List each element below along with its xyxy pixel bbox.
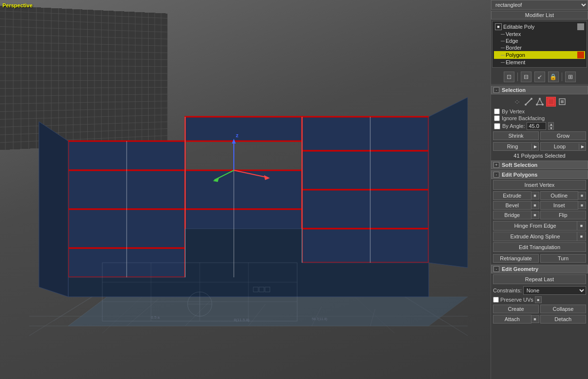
inset-button[interactable]: Inset xyxy=(540,201,579,210)
extrude-settings-btn[interactable]: ■ xyxy=(531,192,539,199)
sel-icon-element[interactable] xyxy=(557,97,567,107)
lock-icon[interactable]: 🔒 xyxy=(548,72,559,82)
svg-marker-23 xyxy=(302,151,429,190)
modifier-stack: ■ Editable Poly Vertex Edge Border Polyg… xyxy=(492,21,587,68)
svg-marker-37 xyxy=(39,122,68,297)
preserve-uvs-settings-btn[interactable]: ■ xyxy=(535,296,542,303)
svg-marker-8 xyxy=(68,297,468,326)
shrink-button[interactable]: Shrink xyxy=(493,131,539,140)
selection-section-header[interactable]: - Selection xyxy=(491,86,588,94)
sel-icon-border[interactable] xyxy=(535,97,545,107)
edit-polygons-collapse-btn[interactable]: - xyxy=(493,172,499,178)
svg-point-58 xyxy=(525,104,527,106)
angle-spin-down[interactable]: ▼ xyxy=(548,126,554,130)
modifier-item-border[interactable]: Border xyxy=(494,44,585,51)
tree-line xyxy=(501,55,505,55)
detach-group: Detach xyxy=(540,315,587,324)
detach-button[interactable]: Detach xyxy=(540,315,587,324)
right-panel: rectangleof Modifier List ■ Editable Pol… xyxy=(491,0,588,379)
edit-triangulation-button[interactable]: Edit Triangulation xyxy=(493,242,586,252)
bridge-group: Bridge ■ xyxy=(493,211,539,219)
angle-spin-up[interactable]: ▲ xyxy=(548,122,554,126)
ignore-backfacing-label: Ignore Backfacing xyxy=(502,115,545,121)
by-vertex-checkbox[interactable] xyxy=(494,108,500,114)
sel-icon-polygon[interactable] xyxy=(546,97,556,107)
constraints-label: Constraints: xyxy=(493,288,522,293)
svg-text:z: z xyxy=(236,132,239,138)
extrude-along-spline-group: Extrude Along Spline ■ xyxy=(493,232,586,241)
grow-button[interactable]: Grow xyxy=(540,131,586,140)
soft-selection-collapse-btn[interactable]: + xyxy=(493,162,499,168)
edit-geometry-collapse-btn[interactable]: - xyxy=(493,266,499,272)
edit-geometry-header[interactable]: - Edit Geometry xyxy=(491,265,588,273)
modifier-item-polygon[interactable]: Polygon xyxy=(494,51,585,59)
toolbar-row: ⊡ ⊟ ↙ 🔒 ⊞ xyxy=(491,70,588,85)
editable-poly-color xyxy=(577,23,584,30)
modifier-label-edge: Edge xyxy=(506,38,518,44)
selection-section-label: Selection xyxy=(502,87,526,93)
sel-icon-edge[interactable] xyxy=(524,97,533,107)
create-button[interactable]: Create xyxy=(493,305,539,313)
bridge-button[interactable]: Bridge xyxy=(493,211,531,219)
soft-selection-label: Soft Selection xyxy=(502,162,537,168)
svg-point-61 xyxy=(539,98,541,100)
svg-marker-29 xyxy=(302,229,429,263)
edit-polygons-header[interactable]: - Edit Polygons xyxy=(491,170,588,179)
sel-icon-dots[interactable]: ·:· xyxy=(512,97,522,107)
pin-icon[interactable]: ⊡ xyxy=(504,72,514,82)
preserve-uvs-checkbox[interactable] xyxy=(493,297,499,303)
attach-list-btn[interactable]: ■ xyxy=(531,315,539,323)
modifier-item-edge[interactable]: Edge xyxy=(494,37,585,44)
turn-button[interactable]: Turn xyxy=(540,254,586,263)
angle-spinner: ▲ ▼ xyxy=(548,122,554,130)
modifier-label-polygon: Polygon xyxy=(506,52,525,58)
ring-arrow-button[interactable]: ▶ xyxy=(531,144,538,150)
outline-settings-btn[interactable]: ■ xyxy=(578,192,586,199)
flip-group: Flip xyxy=(540,211,587,219)
graph-icon[interactable]: ⊞ xyxy=(565,72,576,82)
connect-icon[interactable]: ↙ xyxy=(534,72,545,82)
top-dropdown[interactable]: rectangleof xyxy=(491,0,588,10)
hinge-settings-btn[interactable]: ■ xyxy=(577,221,586,230)
by-angle-checkbox[interactable] xyxy=(494,123,500,129)
loop-button[interactable]: Loop xyxy=(541,143,579,150)
modifier-item-editable-poly[interactable]: ■ Editable Poly xyxy=(494,23,585,31)
editable-poly-icon: ■ xyxy=(495,23,502,30)
soft-selection-header[interactable]: + Soft Selection xyxy=(491,161,588,169)
bridge-flip-row: Bridge ■ Flip xyxy=(491,210,588,220)
retriangulate-button[interactable]: Retriangulate xyxy=(493,254,539,263)
preserve-uvs-label: Preserve UVs xyxy=(500,297,533,303)
ignore-backfacing-checkbox[interactable] xyxy=(494,115,500,121)
bevel-button[interactable]: Bevel xyxy=(493,201,531,210)
inset-settings-btn[interactable]: ■ xyxy=(578,201,586,209)
extrude-outline-row: Extrude ■ Outline ■ xyxy=(491,191,588,200)
svg-rect-66 xyxy=(561,100,564,103)
mirror-icon[interactable]: ⊟ xyxy=(521,72,531,82)
flip-button[interactable]: Flip xyxy=(540,211,587,219)
constraints-select[interactable]: None Edge Face Normal xyxy=(523,286,586,295)
repeat-last-button[interactable]: Repeat Last xyxy=(493,274,586,284)
bridge-settings-btn[interactable]: ■ xyxy=(531,211,539,219)
collapse-button[interactable]: Collapse xyxy=(540,305,586,313)
modifier-label-vertex: Vertex xyxy=(506,31,521,37)
modifier-item-vertex[interactable]: Vertex xyxy=(494,31,585,37)
by-angle-label: By Angle: xyxy=(502,123,525,129)
modifier-item-element[interactable]: Element xyxy=(494,59,585,66)
extrude-button[interactable]: Extrude xyxy=(493,191,531,200)
hinge-from-edge-button[interactable]: Hinge From Edge xyxy=(493,221,577,230)
selection-collapse-btn[interactable]: - xyxy=(493,87,499,93)
divider2 xyxy=(562,72,562,81)
attach-button[interactable]: Attach xyxy=(493,315,531,324)
svg-text:8(11.5.8): 8(11.5.8) xyxy=(234,318,249,322)
extrude-along-spline-button[interactable]: Extrude Along Spline xyxy=(493,232,577,241)
ring-button[interactable]: Ring xyxy=(493,143,531,150)
outline-button[interactable]: Outline xyxy=(540,191,579,200)
angle-input[interactable] xyxy=(527,122,546,130)
viewport[interactable]: 0.5 a 8(11.5.8) 58.7(11.8) xyxy=(0,0,502,379)
hinge-from-edge-group: Hinge From Edge ■ xyxy=(493,221,586,231)
insert-vertex-button[interactable]: Insert Vertex xyxy=(493,180,586,190)
svg-rect-64 xyxy=(548,99,554,105)
extrude-spline-settings-btn[interactable]: ■ xyxy=(577,232,586,241)
loop-arrow-button[interactable]: ▶ xyxy=(579,144,586,150)
bevel-settings-btn[interactable]: ■ xyxy=(531,201,539,209)
